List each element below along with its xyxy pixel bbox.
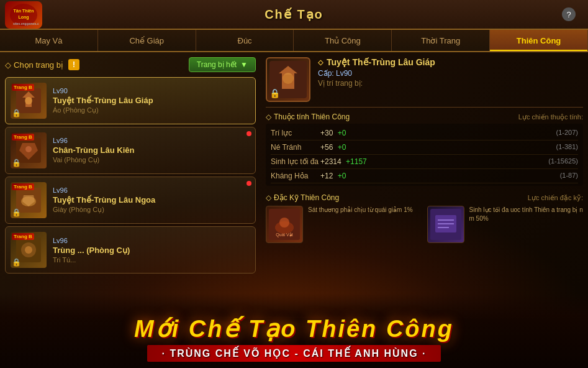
equip-level-4: Lv96: [53, 237, 250, 244]
tab-duc[interactable]: Đúc: [196, 30, 294, 51]
stat-range-3: (1-87): [560, 172, 578, 180]
tab-che-giap[interactable]: Chế Giáp: [98, 30, 196, 51]
stat-name-2: Sinh lực tối đa: [271, 157, 320, 166]
stat-name-0: Trí lực: [271, 129, 320, 137]
skill-item-2: [427, 206, 464, 243]
equip-level-2: Lv96: [53, 137, 250, 144]
item-icon-large: 🔒: [266, 57, 310, 102]
lock-icon-4: 🔒: [12, 258, 21, 267]
svg-text:sites.vnggames.com: sites.vnggames.com: [13, 22, 39, 25]
svg-text:Tân Thiên: Tân Thiên: [13, 9, 34, 13]
stat-name-3: Kháng Hỏa: [271, 172, 320, 180]
stat-row-0: Trí lực +30 +0 (1-207): [271, 126, 578, 140]
stat-bonus-2: +1157: [346, 157, 367, 166]
stat-bonus-3: +0: [338, 172, 346, 180]
item-level: Cấp: Lv90: [318, 69, 583, 78]
stat-value-0: +30 +0: [320, 129, 556, 137]
page-title: Chế Tạo: [265, 7, 323, 22]
svg-point-5: [25, 97, 32, 104]
stat-range-2: (1-15625): [548, 157, 578, 166]
equip-icon-3: Trang B 🔒: [11, 182, 47, 218]
equip-badge-4: Trang B: [12, 233, 34, 240]
equip-icon-2: Trang B 🔒: [11, 132, 47, 168]
right-panel: 🔒 ◇ Tuyệt Thế-Trùng Lâu Giáp Cấp: Lv90 V…: [261, 52, 588, 368]
equip-info-3: Lv96 Tuyệt Thế-Trùng Lâu Ngoa Giày (Phòn…: [53, 186, 250, 214]
equip-name-4: Trùng ... (Phòng Cụ): [53, 246, 250, 255]
help-button[interactable]: ?: [562, 7, 576, 21]
equip-item-4[interactable]: Trang B 🔒 Lv96 Trùng ... (Phòng Cụ) Tri …: [5, 226, 256, 274]
equip-slot-4: Tri Tú...: [53, 256, 250, 264]
svg-text:Long: Long: [18, 15, 29, 20]
svg-point-17: [279, 218, 289, 228]
stat-range-1: (1-381): [556, 143, 578, 152]
new-dot-3: [247, 181, 251, 186]
stats-section: Thuộc tính Thiên Công Lực chiến thuộc tí…: [266, 113, 583, 186]
item-position: Vị trí trang bị:: [318, 79, 583, 88]
tab-may-va[interactable]: May Và: [0, 30, 98, 51]
tab-thu-cong[interactable]: Thủ Công: [294, 30, 392, 51]
stat-row-2: Sinh lực tối đa +2314 +1157 (1-15625): [271, 155, 578, 169]
stat-bonus-0: +0: [338, 129, 346, 137]
skill-desc-1: Sát thương phải chịu từ quái giảm 1%: [308, 206, 422, 243]
tab-bar: May Và Chế Giáp Đúc Thủ Công Thời Trang …: [0, 30, 588, 52]
stat-name-1: Né Tránh: [271, 143, 320, 152]
item-header: 🔒 ◇ Tuyệt Thế-Trùng Lâu Giáp Cấp: Lv90 V…: [266, 57, 583, 108]
filter-bar: ◇ Chọn trang bị ! Trang bị hết ▼: [5, 57, 256, 72]
stats-header: Thuộc tính Thiên Công Lực chiến thuộc tí…: [266, 113, 583, 121]
stat-range-0: (1-207): [556, 129, 578, 137]
equip-badge-1: Trang B: [12, 84, 34, 91]
equip-slot-2: Vai (Phòng Cụ): [53, 156, 250, 164]
equip-slot-3: Giày (Phòng Cụ): [53, 206, 250, 214]
skill-desc-2: Sinh lực tối đa uoc tính Thiên a trang b…: [469, 206, 584, 243]
equip-level-1: Lv90: [53, 87, 250, 94]
equip-name-3: Tuyệt Thế-Trùng Lâu Ngoa: [53, 195, 250, 205]
warning-icon: !: [68, 59, 79, 70]
svg-text:Quái Vật: Quái Vật: [276, 232, 292, 237]
equip-item-3[interactable]: Trang B 🔒 Lv96 Tuyệt Thế-Trùng Lâu Ngoa …: [5, 177, 256, 224]
main-content: ◇ Chọn trang bị ! Trang bị hết ▼ Trang B: [0, 52, 588, 368]
title-diamond-icon: ◇: [318, 58, 323, 67]
stat-bonus-1: +0: [338, 143, 346, 152]
svg-point-7: [25, 146, 32, 152]
skills-title: Đặc Kỹ Thiên Công: [266, 193, 339, 202]
stats-container: Trí lực +30 +0 (1-207) Né Tránh +56 +0 (…: [266, 124, 583, 186]
skills-right: Lực chiến đặc kỹ:: [528, 194, 583, 202]
equip-badge-3: Trang B: [12, 183, 34, 190]
item-detail: ◇ Tuyệt Thế-Trùng Lâu Giáp Cấp: Lv90 Vị …: [318, 57, 583, 88]
lock-icon-2: 🔒: [12, 159, 21, 167]
equip-name-1: Tuyệt Thế-Trùng Lâu Giáp: [53, 96, 250, 105]
stat-row-1: Né Tránh +56 +0 (1-381): [271, 140, 578, 155]
tab-thien-cong[interactable]: Thiên Công: [490, 30, 588, 51]
tab-thoi-trang[interactable]: Thời Trang: [392, 30, 490, 51]
filter-label: ◇ Chọn trang bị: [5, 60, 63, 70]
stats-right: Lực chiến thuộc tính:: [518, 113, 583, 121]
stat-value-3: +12 +0: [320, 172, 560, 180]
skills-header: Đặc Kỹ Thiên Công Lực chiến đặc kỹ:: [266, 193, 583, 202]
stats-title: Thuộc tính Thiên Công: [266, 113, 350, 121]
lock-icon-1: 🔒: [12, 109, 21, 117]
skill-item-1: Quái Vật: [266, 206, 303, 243]
header-bar: Tân Thiên Long sites.vnggames.com Chế Tạ…: [0, 0, 588, 30]
svg-point-12: [25, 246, 32, 254]
stat-value-2: +2314 +1157: [320, 157, 548, 166]
filter-dropdown[interactable]: Trang bị hết ▼: [189, 57, 256, 72]
equip-icon-1: Trang B 🔒: [11, 83, 47, 119]
skills-section: Đặc Kỹ Thiên Công Lực chiến đặc kỹ: Quái…: [266, 193, 583, 243]
diamond-icon: ◇: [5, 60, 11, 70]
left-panel: ◇ Chọn trang bị ! Trang bị hết ▼ Trang B: [0, 52, 261, 368]
stat-row-3: Kháng Hỏa +12 +0 (1-87): [271, 169, 578, 183]
equip-slot-1: Áo (Phòng Cụ): [53, 106, 250, 114]
equip-info-4: Lv96 Trùng ... (Phòng Cụ) Tri Tú...: [53, 237, 250, 264]
equip-item-1[interactable]: Trang B 🔒 Lv90 Tuyệt Thế-Trùng Lâu Giáp …: [5, 77, 256, 124]
lock-icon-3: 🔒: [12, 208, 21, 217]
equip-info-2: Lv96 Chân-Trùng Lâu Kiên Vai (Phòng Cụ): [53, 137, 250, 164]
skill-items: Quái Vật Sát thương phải chịu từ quái gi…: [266, 206, 583, 243]
item-title: ◇ Tuyệt Thế-Trùng Lâu Giáp: [318, 57, 583, 67]
item-lock-icon: 🔒: [269, 88, 280, 98]
equip-name-2: Chân-Trùng Lâu Kiên: [53, 145, 250, 155]
stat-value-1: +56 +0: [320, 143, 556, 152]
equip-item-2[interactable]: Trang B 🔒 Lv96 Chân-Trùng Lâu Kiên Vai (…: [5, 127, 256, 174]
equip-badge-2: Trang B: [12, 134, 34, 140]
dropdown-arrow-icon: ▼: [240, 60, 248, 69]
equip-level-3: Lv96: [53, 186, 250, 194]
